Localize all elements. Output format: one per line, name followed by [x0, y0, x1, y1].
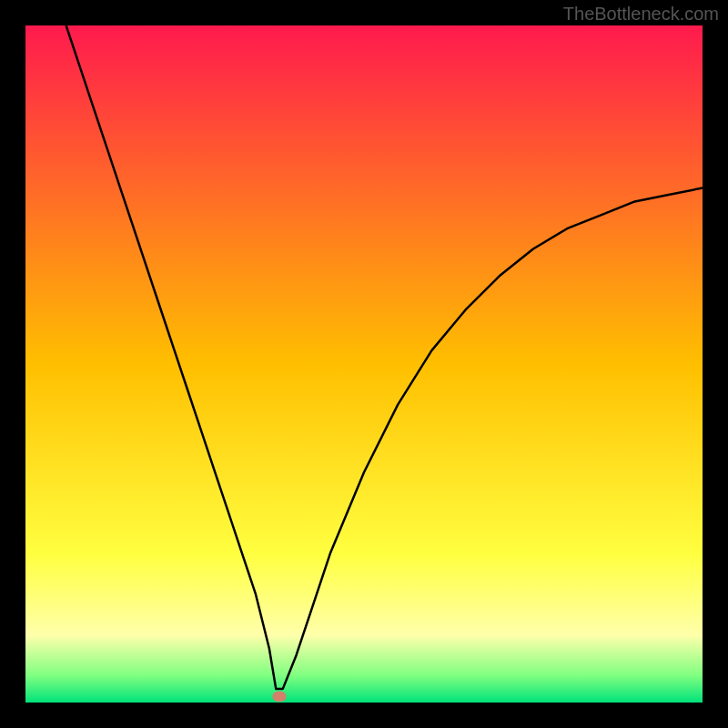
chart-plot-bg: [25, 25, 703, 703]
chart-stage: TheBottleneck.com: [0, 0, 728, 728]
minimum-marker: [273, 692, 287, 702]
watermark-text: TheBottleneck.com: [563, 4, 719, 25]
chart-svg: [0, 0, 728, 728]
